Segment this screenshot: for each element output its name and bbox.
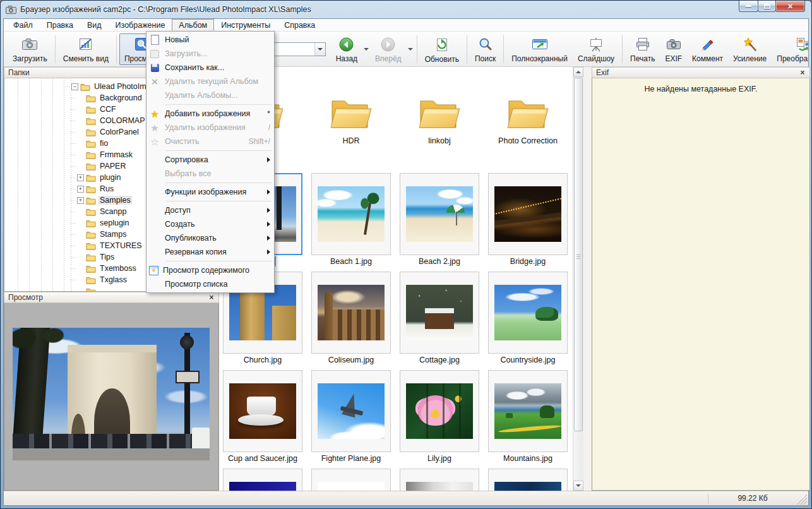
- grid-image-item[interactable]: Cottage.jpg: [400, 272, 479, 370]
- menu-item[interactable]: Опубликовать: [146, 231, 274, 245]
- thumbnail-frame: [223, 469, 302, 491]
- comment-button[interactable]: Коммент: [687, 33, 728, 65]
- exif-panel-title: Exif: [596, 68, 609, 77]
- grid-scrollbar[interactable]: [573, 67, 583, 491]
- grid-image-item[interactable]: [488, 469, 568, 491]
- grid-image-item[interactable]: [311, 469, 391, 491]
- close-button[interactable]: ×: [775, 1, 805, 12]
- tree-item-label[interactable]: CCF: [99, 105, 117, 114]
- menubar-item[interactable]: Вид: [80, 19, 109, 31]
- grid-folder-item[interactable]: Photo Correction: [488, 72, 568, 173]
- preview-photo[interactable]: [13, 328, 210, 460]
- convert-button[interactable]: Преобразовать: [772, 33, 808, 65]
- tree-item-label[interactable]: Samples: [99, 196, 132, 205]
- fullscreen-button[interactable]: Полноэкранный: [506, 33, 573, 65]
- tree-item-label[interactable]: Scanpp: [99, 207, 128, 216]
- change-view-button[interactable]: Сменить вид: [58, 33, 114, 65]
- menu-item[interactable]: Добавить изображения *: [146, 107, 274, 121]
- folder-icon: [86, 253, 96, 261]
- menu-item-label: Удалить текущий Альбом: [165, 77, 270, 86]
- exif-close-icon[interactable]: ×: [798, 68, 807, 77]
- exif-button[interactable]: EXIF: [660, 33, 687, 65]
- menu-item[interactable]: Доступ: [146, 203, 274, 217]
- menubar-item[interactable]: Изображение: [109, 19, 172, 31]
- grid-image-item[interactable]: [400, 469, 479, 491]
- chevron-down-icon[interactable]: [314, 43, 325, 56]
- menu-item[interactable]: Создать: [146, 217, 274, 231]
- grid-image-item[interactable]: [223, 469, 302, 491]
- tree-item-label[interactable]: Tips: [99, 253, 116, 261]
- menubar-item[interactable]: Правка: [40, 19, 80, 31]
- menu-item[interactable]: Функции изображения: [146, 185, 274, 199]
- menu-item-icon-spacer: [149, 187, 160, 197]
- search-button[interactable]: Поиск: [470, 33, 501, 65]
- menu-item[interactable]: Выбрать все: [146, 167, 274, 181]
- grid-image-item[interactable]: Bridge.jpg: [488, 173, 568, 272]
- scroll-down-icon[interactable]: [573, 481, 583, 491]
- tree-expander-icon[interactable]: −: [71, 83, 78, 90]
- menubar-item[interactable]: Инструменты: [214, 19, 277, 31]
- menu-item[interactable]: Просмотр содержимого: [146, 263, 274, 277]
- load-button[interactable]: Загрузить: [8, 33, 52, 65]
- grid-image-item[interactable]: Mountains.jpg: [488, 370, 568, 469]
- back-dropdown-caret[interactable]: [362, 33, 370, 65]
- menu-item[interactable]: Просмотр списка: [146, 277, 274, 291]
- grid-folder-item[interactable]: HDR: [311, 72, 391, 173]
- tree-expander-icon[interactable]: +: [77, 197, 84, 204]
- menu-item[interactable]: Сохранить как...: [146, 61, 274, 75]
- resize-grip[interactable]: [797, 494, 807, 505]
- close-icon: ×: [787, 2, 792, 11]
- tree-item-label[interactable]: Frmmask: [99, 150, 134, 159]
- grid-folder-item[interactable]: linkobj: [400, 72, 479, 173]
- scrollbar-thumb[interactable]: [574, 78, 583, 431]
- tree-item-label[interactable]: COLORMAP: [99, 116, 146, 125]
- grid-image-item[interactable]: Beach 1.jpg: [311, 173, 391, 272]
- menubar-item[interactable]: Справка: [277, 19, 322, 31]
- grid-image-item[interactable]: Coliseum.jpg: [311, 272, 391, 370]
- menu-item-shortcut: Shift+/: [249, 137, 270, 146]
- minimize-button[interactable]: [739, 1, 758, 12]
- tree-item-label[interactable]: Txemboss: [99, 264, 138, 273]
- menu-item[interactable]: Сортировка: [146, 153, 274, 167]
- maximize-button[interactable]: [758, 1, 776, 12]
- menu-item[interactable]: Удалить текущий Альбом: [146, 75, 274, 88]
- menu-item[interactable]: Новый: [146, 33, 274, 47]
- tree-item-label[interactable]: seplugin: [99, 219, 131, 227]
- menu-item[interactable]: Загрузить...: [146, 47, 274, 61]
- thumbnail-frame: [311, 173, 391, 255]
- enhance-button[interactable]: Усиление: [728, 33, 772, 65]
- scroll-up-icon[interactable]: [573, 67, 583, 77]
- panel-splitter[interactable]: [583, 67, 592, 491]
- preview-close-icon[interactable]: ×: [207, 293, 216, 302]
- grid-image-item[interactable]: Fighter Plane.jpg: [311, 370, 391, 469]
- grid-image-item[interactable]: Countryside.jpg: [488, 272, 568, 370]
- tree-item-label[interactable]: plugin: [99, 173, 122, 182]
- tree-item-label[interactable]: Background: [99, 93, 143, 102]
- refresh-button[interactable]: Обновить: [420, 33, 464, 65]
- tree-item-label[interactable]: Rus: [99, 184, 115, 193]
- tree-item-label[interactable]: PAPER: [99, 162, 127, 171]
- menu-item[interactable]: Удалить Альбомы...: [146, 88, 274, 102]
- grid-image-item[interactable]: Lily.jpg: [400, 370, 479, 469]
- title-bar[interactable]: Браузер изображений cam2pc - C:\Program …: [1, 1, 811, 18]
- menu-item[interactable]: Очистить Shift+/: [146, 135, 274, 148]
- menubar-item[interactable]: Альбом: [172, 19, 214, 31]
- slideshow-button[interactable]: Слайдшоу: [573, 33, 619, 65]
- grid-image-item[interactable]: Beach 2.jpg: [400, 173, 479, 272]
- forward-dropdown-caret[interactable]: [407, 33, 414, 65]
- tree-item-label[interactable]: Txglass: [99, 275, 128, 284]
- forward-button[interactable]: Вперёд: [370, 33, 407, 65]
- tree-item-label[interactable]: ColorPanel: [99, 128, 140, 136]
- tree-item-label[interactable]: Stamps: [99, 230, 128, 239]
- tree-expander-icon[interactable]: +: [77, 186, 84, 193]
- print-button[interactable]: Печать: [625, 33, 660, 65]
- grid-image-item[interactable]: Cup and Saucer.jpg: [223, 370, 302, 469]
- tree-item-label[interactable]: TEXTURES: [99, 241, 143, 250]
- menu-item[interactable]: Удалить изображения /: [146, 121, 274, 135]
- back-button[interactable]: Назад: [331, 33, 362, 65]
- menubar-item[interactable]: Файл: [6, 19, 40, 31]
- tree-expander-icon[interactable]: +: [77, 174, 84, 181]
- tree-item-label[interactable]: fio: [99, 139, 109, 148]
- menu-item[interactable]: Резервная копия: [146, 245, 274, 259]
- thumbnail-image: [494, 285, 561, 340]
